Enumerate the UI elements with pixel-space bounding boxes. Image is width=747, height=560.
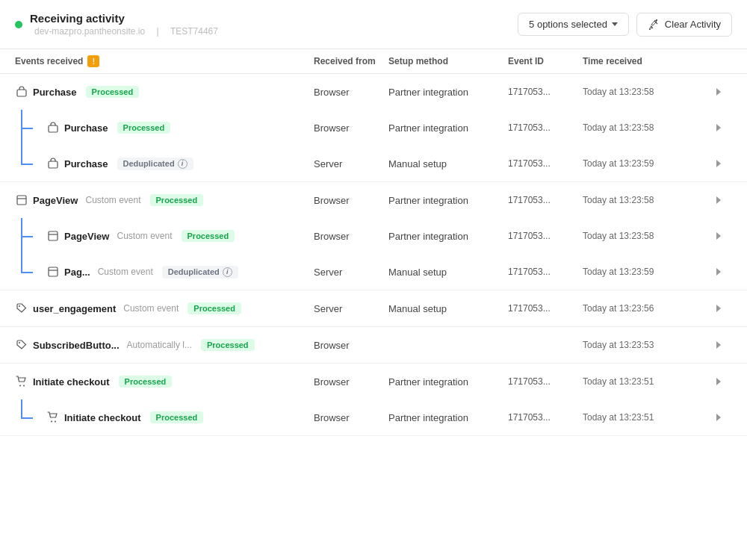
expand-button[interactable]	[705, 121, 732, 134]
setup-method-value: Partner integration	[388, 195, 508, 206]
child-row-wrapper: Purchase Deduplicated i Server Manual se…	[0, 146, 747, 181]
table-row: PageView Custom event Processed Browser …	[0, 182, 747, 218]
browser-icon	[46, 229, 60, 243]
child-row-wrapper: Initiate checkout Processed Browser Part…	[0, 399, 747, 435]
expand-button[interactable]	[705, 229, 732, 243]
event-group: PageView Custom event Processed Browser …	[0, 182, 747, 290]
expand-button[interactable]	[705, 193, 732, 207]
chevron-right-icon	[716, 378, 721, 385]
event-name-cell: Purchase Deduplicated i	[15, 157, 314, 170]
expand-button[interactable]	[705, 302, 732, 315]
event-group: Initiate checkout Processed Browser Part…	[0, 364, 747, 436]
received-from-value: Browser	[314, 231, 388, 242]
event-name-cell: Pag... Custom event Deduplicated i	[15, 265, 314, 279]
event-name: Initiate checkout	[33, 376, 110, 388]
received-from-value: Browser	[314, 122, 388, 134]
setup-method-value: Partner integration	[388, 376, 508, 388]
warning-icon: !	[87, 55, 99, 67]
child-row-wrapper: Purchase Processed Browser Partner integ…	[0, 110, 747, 146]
expand-button[interactable]	[705, 157, 732, 170]
cart-icon	[46, 411, 60, 424]
received-from-value: Browser	[314, 195, 388, 206]
setup-method-value: Partner integration	[388, 87, 508, 98]
table-row: SubscribedButto... Automatically l... Pr…	[0, 327, 747, 363]
setup-method-value: Partner integration	[388, 231, 508, 242]
browser-icon	[15, 193, 28, 207]
svg-point-16	[55, 421, 56, 423]
subtitle-separator: |	[156, 26, 158, 37]
options-button[interactable]: 5 options selected	[518, 13, 629, 36]
event-id-value: 1717053...	[508, 195, 583, 205]
cart-icon	[15, 375, 28, 388]
event-sublabel: Automatically l...	[127, 340, 192, 350]
event-name: Purchase	[64, 158, 108, 169]
shopping-bag-icon	[15, 85, 28, 99]
event-name: Pag...	[64, 267, 90, 278]
table-row: Initiate checkout Processed Browser Part…	[0, 364, 747, 399]
event-name-cell: PageView Custom event Processed	[15, 229, 314, 243]
svg-rect-4	[49, 161, 58, 168]
received-from-value: Browser	[314, 412, 388, 423]
header-title-block: Receiving activity dev-mazpro.pantheonsi…	[30, 12, 223, 37]
events-list: Purchase Processed Browser Partner integ…	[0, 74, 747, 436]
status-badge: Processed	[201, 339, 255, 351]
child-row-wrapper: PageView Custom event Processed Browser …	[0, 218, 747, 254]
event-id-value: 1717053...	[508, 303, 583, 314]
event-group: user_engagement Custom event Processed S…	[0, 290, 747, 327]
app-container: Receiving activity dev-mazpro.pantheonsi…	[0, 0, 747, 560]
status-dot	[15, 21, 22, 28]
setup-method-value: Partner integration	[388, 412, 508, 423]
chevron-right-icon	[716, 268, 721, 276]
status-badge: Processed	[119, 376, 173, 388]
setup-method-value: Manual setup	[388, 158, 508, 169]
status-badge: Processed	[150, 411, 204, 423]
event-id-value: 1717053...	[508, 376, 583, 387]
header: Receiving activity dev-mazpro.pantheonsi…	[0, 0, 747, 49]
clear-activity-button[interactable]: Clear Activity	[636, 13, 732, 37]
header-actions: 5 options selected Clear Activity	[518, 13, 732, 37]
chevron-right-icon	[716, 232, 721, 240]
header-left: Receiving activity dev-mazpro.pantheonsi…	[15, 12, 223, 37]
status-badge: Processed	[182, 230, 235, 242]
col-time-received: Time received	[583, 55, 705, 67]
event-id-value: 1717053...	[508, 412, 583, 423]
expand-button[interactable]	[705, 85, 732, 99]
status-badge: Processed	[117, 122, 171, 134]
chevron-right-icon	[716, 414, 721, 421]
event-name-cell: user_engagement Custom event Processed	[15, 302, 314, 315]
expand-button[interactable]	[705, 411, 732, 424]
svg-rect-2	[17, 90, 26, 96]
child-row-wrapper: Pag... Custom event Deduplicated i Serve…	[0, 254, 747, 290]
status-badge: Processed	[187, 302, 241, 314]
expand-button[interactable]	[705, 338, 732, 352]
event-name-cell: Purchase Processed	[15, 121, 314, 134]
event-name: Initiate checkout	[64, 412, 141, 423]
browser-icon	[46, 265, 60, 279]
event-name: SubscribedButto...	[33, 340, 120, 351]
expand-button[interactable]	[705, 375, 732, 388]
table-row: PageView Custom event Processed Browser …	[0, 218, 747, 254]
event-sublabel: Custom event	[85, 195, 140, 205]
info-icon: i	[178, 159, 187, 169]
event-id-value: 1717053...	[508, 267, 583, 277]
svg-rect-9	[49, 267, 58, 276]
options-label: 5 options selected	[529, 19, 607, 30]
received-from-value: Server	[314, 267, 388, 278]
event-name-cell: PageView Custom event Processed	[15, 193, 314, 207]
children-container: Purchase Processed Browser Partner integ…	[0, 110, 747, 181]
received-from-value: Browser	[314, 87, 388, 98]
chevron-right-icon	[716, 160, 721, 167]
shopping-bag-icon	[46, 157, 60, 170]
status-badge: Processed	[150, 194, 204, 206]
svg-point-13	[19, 385, 21, 387]
event-id-value: 1717053...	[508, 87, 583, 97]
event-name: Purchase	[64, 122, 108, 134]
svg-point-12	[19, 342, 20, 343]
time-value: Today at 13:23:59	[583, 267, 705, 277]
svg-point-15	[51, 421, 52, 423]
setup-method-value: Manual setup	[388, 303, 508, 314]
expand-button[interactable]	[705, 265, 732, 279]
received-from-value: Server	[314, 158, 388, 169]
time-value: Today at 13:23:56	[583, 303, 705, 314]
time-value: Today at 13:23:53	[583, 340, 705, 350]
